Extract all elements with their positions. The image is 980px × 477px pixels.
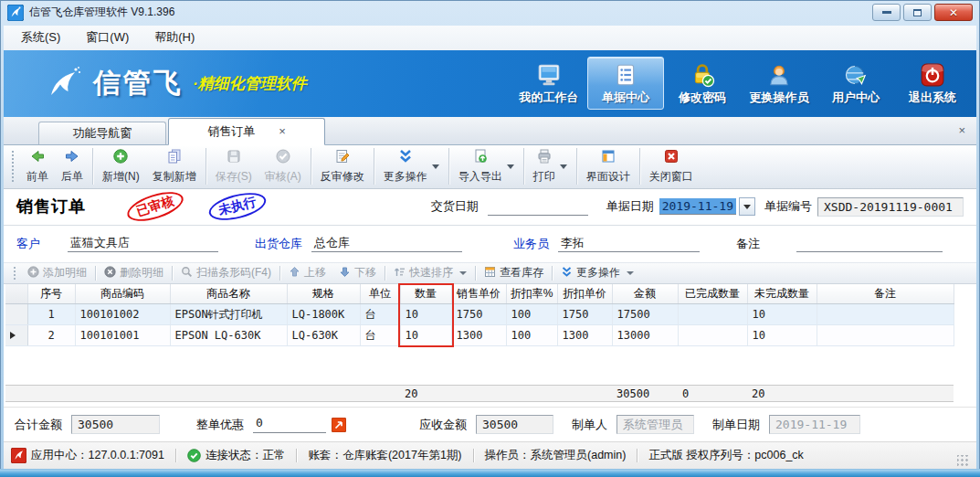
col-undone-qty[interactable]: 未完成数量 [747,284,817,304]
col-amount[interactable]: 金额 [612,284,678,304]
cell-qty[interactable]: 10 [400,325,451,346]
cell-undone-qty[interactable]: 10 [747,325,817,346]
detail-more-operations-button[interactable]: 更多操作 [554,265,640,281]
app-logo-icon [7,5,24,21]
more-operations-button[interactable]: 更多操作 [377,146,446,186]
nav-my-workbench[interactable]: 我的工作台 [511,57,587,110]
salesman-field[interactable]: 李拓 [558,235,700,252]
cell-seq[interactable]: 1 [27,304,75,325]
double-chevron-down-icon [561,266,573,281]
cell-name[interactable]: EPSON LQ-630K [170,325,287,346]
delete-detail-button[interactable]: 删除明细 [98,265,170,281]
menu-window[interactable]: 窗口(W) [76,26,139,48]
quick-sort-button[interactable]: 快速排序 [387,265,473,281]
move-up-button[interactable]: 上移 [282,265,332,281]
minimize-button[interactable] [872,4,901,21]
menu-help[interactable]: 帮助(H) [144,26,205,48]
move-down-button[interactable]: 下移 [332,265,383,281]
detail-button-label: 删除明细 [120,265,163,281]
discount-edit-icon[interactable] [332,418,346,432]
col-done-qty[interactable]: 已完成数量 [678,284,747,304]
row-selector-current[interactable] [5,325,27,346]
doc-date-dropdown-button[interactable] [739,197,755,216]
cell-code[interactable]: 100101002 [75,304,170,325]
detail-toolbar-grip[interactable] [13,266,17,280]
cell-discount-rate[interactable]: 100 [506,325,557,346]
col-price[interactable]: 销售单价 [451,284,506,304]
tabstrip-close-icon[interactable]: × [958,123,965,137]
col-name[interactable]: 商品名称 [170,284,287,304]
cell-price[interactable]: 1300 [451,325,506,346]
close-window-button[interactable]: 关闭窗口 [643,146,700,186]
cell-unit[interactable]: 台 [360,304,400,325]
tab-close-icon[interactable]: × [279,124,286,138]
arrow-left-icon [29,148,46,167]
nav-user-center[interactable]: 用户中心 [817,57,894,110]
cell-price[interactable]: 1750 [451,304,506,325]
table-row[interactable]: 2 100101001 EPSON LQ-630K LQ-630K 台 10 1… [5,325,954,346]
nav-document-center[interactable]: 单据中心 [587,57,664,110]
cell-amount[interactable]: 17500 [612,304,678,325]
copy-icon [166,148,183,167]
doc-date-field[interactable]: 2019-11-19 [659,198,736,215]
customer-field[interactable]: 蓝猫文具店 [68,235,218,252]
row-selector[interactable] [5,304,27,325]
ui-design-button[interactable]: 界面设计 [580,146,637,186]
resize-grip[interactable] [957,455,969,467]
cell-discount-rate[interactable]: 100 [506,304,557,325]
cell-amount[interactable]: 13000 [612,325,678,346]
prev-doc-button[interactable]: 前单 [20,146,55,186]
cell-remark[interactable] [817,325,954,346]
cell-seq[interactable]: 2 [27,325,75,346]
col-seq[interactable]: 序号 [27,284,75,304]
menu-system[interactable]: 系统(S) [11,26,70,48]
col-discount-rate[interactable]: 折扣率% [506,284,557,304]
cell-code[interactable]: 100101001 [75,325,170,346]
scan-barcode-button[interactable]: 扫描条形码(F4) [174,265,278,281]
cell-spec[interactable]: LQ-630K [287,325,360,346]
copy-new-button[interactable]: 复制新增 [146,146,203,186]
remark-field[interactable] [796,235,943,252]
cell-qty[interactable]: 10 [400,304,451,325]
col-discount-price[interactable]: 折扣单价 [557,284,612,304]
save-button[interactable]: 保存(S) [209,146,258,186]
col-qty[interactable]: 数量 [400,284,451,304]
nav-change-operator[interactable]: 更换操作员 [741,57,817,110]
col-unit[interactable]: 单位 [360,284,400,304]
import-export-button[interactable]: 导入导出 [452,146,521,186]
new-button[interactable]: 新增(N) [96,146,146,186]
cell-unit[interactable]: 台 [360,325,400,346]
cell-spec[interactable]: LQ-1800K [287,304,360,325]
double-chevron-down-icon [397,148,414,167]
warehouse-field[interactable]: 总仓库 [311,235,462,252]
tab-sales-order[interactable]: 销售订单 × [168,118,325,145]
cell-discount-price[interactable]: 1300 [557,325,612,346]
tab-function-nav[interactable]: 功能导航窗 [38,122,166,145]
chevron-down-icon [459,271,467,275]
print-button[interactable]: 打印 [527,146,574,186]
cell-undone-qty[interactable]: 10 [747,304,817,325]
close-button[interactable]: ✕ [934,4,973,21]
nav-exit-system[interactable]: 退出系统 [894,57,971,110]
unaudit-edit-button[interactable]: 反审修改 [314,146,371,186]
view-stock-button[interactable]: 查看库存 [478,265,550,281]
delivery-date-field[interactable] [488,198,588,216]
col-remark[interactable]: 备注 [817,284,954,304]
nav-change-password[interactable]: 修改密码 [664,57,741,110]
cell-discount-price[interactable]: 1750 [557,304,612,325]
add-detail-button[interactable]: 添加明细 [21,265,93,281]
cell-done-qty[interactable] [678,325,747,346]
audit-button[interactable]: 审核(A) [258,146,308,186]
order-discount-field[interactable]: 0 [253,416,326,433]
col-code[interactable]: 商品编码 [75,284,170,304]
cell-done-qty[interactable] [678,304,747,325]
next-doc-button[interactable]: 后单 [55,146,90,186]
total-amount-label: 合计金额 [15,417,62,433]
operator-status: 操作员：系统管理员(admin) [485,448,627,463]
cell-name[interactable]: EPSON针式打印机 [170,304,287,325]
table-row[interactable]: 1 100101002 EPSON针式打印机 LQ-1800K 台 10 175… [5,304,954,325]
toolbar-grip[interactable] [11,150,16,183]
maximize-button[interactable] [903,4,932,21]
cell-remark[interactable] [817,304,954,325]
col-spec[interactable]: 规格 [287,284,360,304]
